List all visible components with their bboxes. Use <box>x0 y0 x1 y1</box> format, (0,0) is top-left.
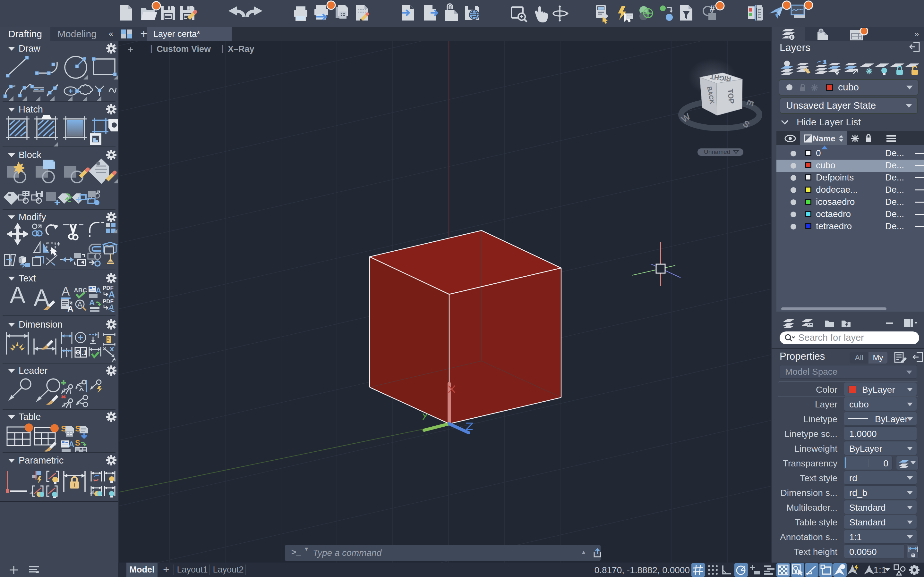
svg-text:A: A <box>61 285 70 298</box>
svg-text:TOP: TOP <box>726 89 736 104</box>
svg-text:Block: Block <box>19 150 41 160</box>
svg-text:Unnamed: Unnamed <box>704 148 730 155</box>
svg-text:A: A <box>89 298 95 307</box>
svg-text:Parametric: Parametric <box>19 455 63 466</box>
svg-text:ABC: ABC <box>74 287 87 293</box>
svg-text:.1: .1 <box>81 349 87 356</box>
svg-text:A: A <box>108 290 115 300</box>
svg-text:A: A <box>69 440 74 448</box>
svg-text:Leader: Leader <box>19 366 48 376</box>
svg-text:Hatch: Hatch <box>19 104 43 114</box>
svg-text:Table: Table <box>19 412 41 422</box>
svg-text:S: S <box>75 438 80 447</box>
svg-text:#: # <box>710 3 715 13</box>
svg-text:x: x <box>110 344 114 353</box>
svg-text:A: A <box>95 286 101 295</box>
svg-text:Draw: Draw <box>19 43 41 53</box>
svg-text:Modify: Modify <box>19 212 46 222</box>
svg-text:A: A <box>67 304 73 314</box>
svg-text:A: A <box>10 282 26 308</box>
svg-text:A: A <box>78 300 82 309</box>
svg-text:Dimension: Dimension <box>19 319 63 330</box>
